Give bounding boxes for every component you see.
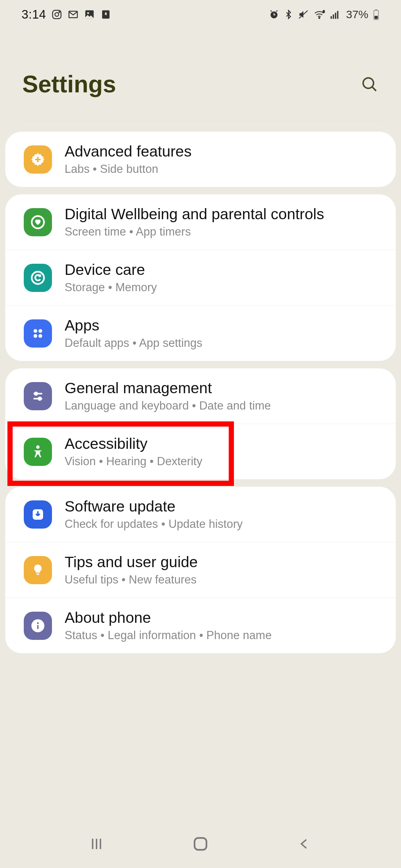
- row-text: AppsDefault apps • App settings: [65, 317, 382, 350]
- refresh-circle-icon: [24, 264, 52, 292]
- row-text: Device careStorage • Memory: [65, 261, 382, 294]
- settings-row-tips[interactable]: Tips and user guideUseful tips • New fea…: [5, 542, 396, 598]
- search-button[interactable]: [360, 75, 379, 93]
- settings-row-advanced-features[interactable]: Advanced featuresLabs • Side button: [5, 132, 396, 187]
- apps-grid-icon: [24, 319, 52, 348]
- download-circle-icon: [24, 500, 52, 529]
- home-button[interactable]: [189, 833, 212, 855]
- svg-point-26: [36, 445, 39, 448]
- settings-row-digital-wellbeing[interactable]: Digital Wellbeing and parental controlsS…: [5, 194, 396, 250]
- svg-point-21: [39, 329, 42, 333]
- svg-point-23: [39, 334, 42, 338]
- row-text: Advanced featuresLabs • Side button: [65, 143, 382, 176]
- svg-point-20: [33, 329, 37, 333]
- back-button[interactable]: [293, 833, 316, 855]
- wifi-icon: 6: [313, 9, 325, 20]
- info-icon: [24, 612, 52, 640]
- row-title: General management: [65, 379, 382, 397]
- row-text: AccessibilityVision • Hearing • Dexterit…: [65, 435, 382, 468]
- svg-point-24: [35, 392, 37, 395]
- svg-point-1: [55, 13, 59, 16]
- cog-plus-icon: [24, 145, 52, 174]
- alarm-icon: [269, 9, 279, 20]
- row-subtitle: Default apps • App settings: [65, 336, 382, 350]
- svg-rect-32: [195, 838, 206, 850]
- settings-group: Software updateCheck for updates • Updat…: [5, 487, 396, 653]
- status-left: 3:14: [22, 7, 111, 22]
- home-icon: [192, 835, 209, 853]
- navigation-bar: [0, 823, 401, 868]
- row-title: Tips and user guide: [65, 553, 382, 571]
- row-subtitle: Status • Legal information • Phone name: [65, 629, 382, 642]
- svg-point-5: [87, 12, 89, 14]
- svg-point-25: [38, 397, 41, 400]
- person-icon: [24, 438, 52, 466]
- svg-rect-31: [37, 625, 39, 629]
- svg-rect-16: [375, 16, 378, 19]
- settings-row-about-phone[interactable]: About phoneStatus • Legal information • …: [5, 598, 396, 653]
- row-subtitle: Vision • Hearing • Dexterity: [65, 455, 382, 468]
- mute-icon: [298, 9, 309, 20]
- row-title: Digital Wellbeing and parental controls: [65, 206, 382, 223]
- svg-text:6: 6: [323, 10, 325, 13]
- svg-rect-10: [330, 16, 332, 19]
- update-icon: [100, 9, 111, 20]
- recents-button[interactable]: [85, 833, 108, 855]
- gmail-icon: [68, 9, 79, 20]
- lightbulb-icon: [24, 556, 52, 584]
- row-text: Tips and user guideUseful tips • New fea…: [65, 553, 382, 586]
- status-clock: 3:14: [22, 7, 46, 22]
- row-subtitle: Labs • Side button: [65, 162, 382, 176]
- row-title: Software update: [65, 498, 382, 515]
- svg-point-17: [363, 78, 374, 88]
- svg-rect-11: [333, 14, 334, 19]
- recents-icon: [89, 836, 104, 852]
- settings-header: Settings: [0, 29, 401, 120]
- heart-circle-icon: [24, 208, 52, 236]
- settings-row-device-care[interactable]: Device careStorage • Memory: [5, 250, 396, 305]
- battery-percentage: 37%: [346, 8, 368, 21]
- settings-row-software-update[interactable]: Software updateCheck for updates • Updat…: [5, 487, 396, 542]
- status-right: 6 37%: [269, 8, 379, 21]
- svg-point-30: [37, 622, 39, 624]
- row-title: Device care: [65, 261, 382, 279]
- row-subtitle: Language and keyboard • Date and time: [65, 399, 382, 412]
- signal-icon: [330, 9, 340, 20]
- row-text: About phoneStatus • Legal information • …: [65, 609, 382, 642]
- svg-point-2: [59, 11, 60, 13]
- settings-group: Digital Wellbeing and parental controlsS…: [5, 194, 396, 361]
- settings-row-apps[interactable]: AppsDefault apps • App settings: [5, 305, 396, 361]
- row-text: General managementLanguage and keyboard …: [65, 379, 382, 412]
- svg-point-19: [32, 272, 44, 284]
- sliders-icon: [24, 382, 52, 410]
- row-title: Accessibility: [65, 435, 382, 453]
- settings-group: General managementLanguage and keyboard …: [5, 368, 396, 479]
- row-subtitle: Storage • Memory: [65, 281, 382, 294]
- svg-rect-28: [36, 573, 39, 575]
- row-title: Apps: [65, 317, 382, 334]
- svg-rect-15: [375, 9, 377, 10]
- svg-point-22: [33, 334, 37, 338]
- svg-rect-12: [335, 13, 336, 19]
- row-subtitle: Useful tips • New features: [65, 573, 382, 586]
- page-title: Settings: [22, 70, 116, 98]
- search-icon: [361, 75, 378, 93]
- settings-group: Advanced featuresLabs • Side button: [5, 132, 396, 187]
- battery-icon: [373, 9, 379, 20]
- settings-row-accessibility[interactable]: AccessibilityVision • Hearing • Dexterit…: [5, 424, 396, 479]
- svg-rect-13: [337, 11, 339, 19]
- row-title: Advanced features: [65, 143, 382, 160]
- settings-row-general-management[interactable]: General managementLanguage and keyboard …: [5, 368, 396, 424]
- svg-point-8: [319, 17, 320, 19]
- row-subtitle: Screen time • App timers: [65, 225, 382, 239]
- row-subtitle: Check for updates • Update history: [65, 517, 382, 531]
- row-text: Software updateCheck for updates • Updat…: [65, 498, 382, 531]
- row-title: About phone: [65, 609, 382, 627]
- bluetooth-icon: [284, 9, 293, 20]
- row-text: Digital Wellbeing and parental controlsS…: [65, 206, 382, 239]
- photos-icon: [84, 9, 95, 20]
- status-bar: 3:14 6 37%: [0, 0, 401, 29]
- header-divider: [19, 120, 382, 121]
- back-icon: [297, 836, 312, 851]
- instagram-icon: [51, 9, 62, 20]
